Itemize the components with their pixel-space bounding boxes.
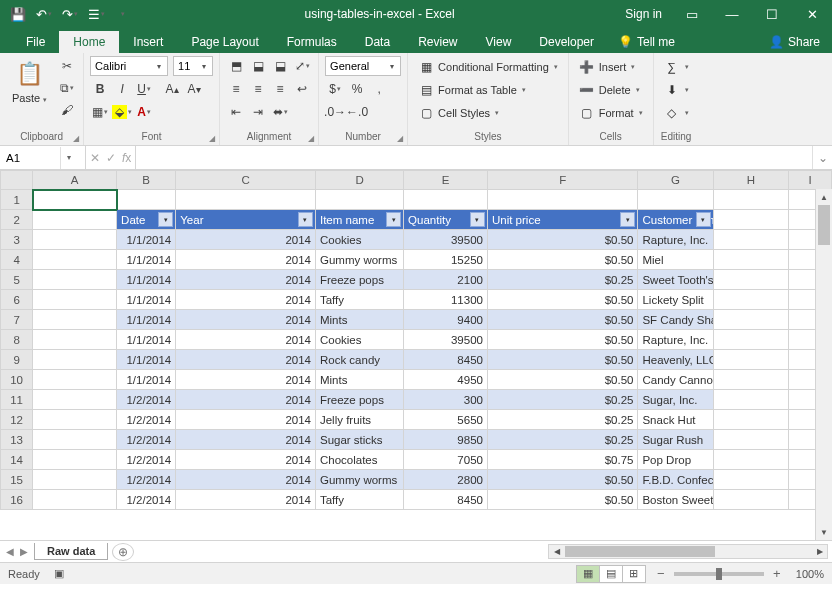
cell[interactable]: Gummy worms <box>315 470 403 490</box>
cell[interactable]: $0.50 <box>487 330 638 350</box>
cell[interactable]: Snack Hut <box>638 410 713 430</box>
cell[interactable]: Sweet Tooth's <box>638 270 713 290</box>
cell[interactable]: Mints <box>315 310 403 330</box>
cell[interactable]: Mints <box>315 370 403 390</box>
merge-button[interactable]: ⬌▾ <box>270 102 290 122</box>
scroll-up-button[interactable]: ▲ <box>816 189 832 205</box>
table-row[interactable]: 31/1/20142014Cookies39500$0.50Rapture, I… <box>1 230 832 250</box>
formula-input[interactable] <box>136 146 812 169</box>
cell[interactable]: $0.50 <box>487 250 638 270</box>
cell[interactable]: Sugar sticks <box>315 430 403 450</box>
row-header[interactable]: 1 <box>1 190 33 210</box>
table-row[interactable]: 71/1/20142014Mints9400$0.50SF Candy Shac… <box>1 310 832 330</box>
align-center-button[interactable]: ≡ <box>248 79 268 99</box>
cell[interactable]: 1/1/2014 <box>117 250 176 270</box>
row-header[interactable]: 5 <box>1 270 33 290</box>
cell[interactable]: $0.50 <box>487 490 638 510</box>
redo-button[interactable]: ↷▾ <box>58 2 82 26</box>
row-header[interactable]: 12 <box>1 410 33 430</box>
cell[interactable]: 1/2/2014 <box>117 470 176 490</box>
tab-page-layout[interactable]: Page Layout <box>177 31 272 53</box>
increase-font-button[interactable]: A▴ <box>162 79 182 99</box>
table-row[interactable]: 151/2/20142014Gummy worms2800$0.50F.B.D.… <box>1 470 832 490</box>
cell[interactable]: Miel <box>638 250 713 270</box>
cut-button[interactable]: ✂ <box>57 56 77 76</box>
cell[interactable]: 2014 <box>176 490 316 510</box>
accounting-format-button[interactable]: $▾ <box>325 79 345 99</box>
cell[interactable]: SF Candy Shack <box>638 310 713 330</box>
cell[interactable]: 9850 <box>404 430 488 450</box>
hscroll-thumb[interactable] <box>565 546 715 557</box>
tab-formulas[interactable]: Formulas <box>273 31 351 53</box>
cell[interactable]: Rock candy <box>315 350 403 370</box>
table-row[interactable]: 81/1/20142014Cookies39500$0.50Rapture, I… <box>1 330 832 350</box>
cell[interactable]: $0.50 <box>487 350 638 370</box>
zoom-out-button[interactable]: − <box>654 566 668 581</box>
col-header[interactable]: F <box>487 171 638 190</box>
align-middle-button[interactable]: ⬓ <box>248 56 268 76</box>
scroll-down-button[interactable]: ▼ <box>816 524 832 540</box>
fill-color-button[interactable]: ⬙▾ <box>112 102 132 122</box>
row-header[interactable]: 14 <box>1 450 33 470</box>
tab-data[interactable]: Data <box>351 31 404 53</box>
underline-button[interactable]: U▾ <box>134 79 154 99</box>
tab-insert[interactable]: Insert <box>119 31 177 53</box>
minimize-button[interactable]: — <box>712 0 752 28</box>
cell[interactable]: 2014 <box>176 390 316 410</box>
decrease-decimal-button[interactable]: ←.0 <box>347 102 367 122</box>
cell[interactable]: Rapture, Inc. <box>638 330 713 350</box>
col-header[interactable]: A <box>33 171 117 190</box>
row-header[interactable]: 3 <box>1 230 33 250</box>
cell[interactable]: 2014 <box>176 350 316 370</box>
table-row[interactable]: 121/2/20142014Jelly fruits5650$0.25Snack… <box>1 410 832 430</box>
cell[interactable]: 1/2/2014 <box>117 410 176 430</box>
col-header[interactable]: G <box>638 171 713 190</box>
table-row[interactable]: 61/1/20142014Taffy11300$0.50Lickety Spli… <box>1 290 832 310</box>
orientation-button[interactable]: ⤢▾ <box>292 56 312 76</box>
table-header[interactable]: Year▾ <box>176 210 316 230</box>
filter-dropdown-icon[interactable]: ▾ <box>620 212 635 227</box>
align-right-button[interactable]: ≡ <box>270 79 290 99</box>
col-header[interactable]: B <box>117 171 176 190</box>
font-launcher[interactable]: ◢ <box>209 134 215 143</box>
table-row[interactable]: 111/2/20142014Freeze pops300$0.25Sugar, … <box>1 390 832 410</box>
borders-button[interactable]: ▦▾ <box>90 102 110 122</box>
cell[interactable]: Freeze pops <box>315 390 403 410</box>
cell[interactable]: $0.25 <box>487 390 638 410</box>
normal-view-button[interactable]: ▦ <box>576 565 600 583</box>
cell[interactable]: $0.75 <box>487 450 638 470</box>
cell[interactable]: $0.50 <box>487 310 638 330</box>
col-header[interactable]: D <box>315 171 403 190</box>
cell[interactable]: 15250 <box>404 250 488 270</box>
filter-dropdown-icon[interactable]: ▾ <box>298 212 313 227</box>
bold-button[interactable]: B <box>90 79 110 99</box>
tab-view[interactable]: View <box>472 31 526 53</box>
cell[interactable]: 2014 <box>176 290 316 310</box>
scroll-right-button[interactable]: ▶ <box>812 545 827 558</box>
paste-button[interactable]: 📋 Paste ▾ <box>6 56 53 106</box>
font-size-combo[interactable]: ▾ <box>173 56 213 76</box>
tab-home[interactable]: Home <box>59 31 119 53</box>
align-left-button[interactable]: ≡ <box>226 79 246 99</box>
decrease-indent-button[interactable]: ⇤ <box>226 102 246 122</box>
cell[interactable]: 1/1/2014 <box>117 230 176 250</box>
cell[interactable]: 39500 <box>404 330 488 350</box>
cell[interactable]: $0.25 <box>487 430 638 450</box>
col-header[interactable]: H <box>713 171 788 190</box>
cell[interactable]: F.B.D. Confections <box>638 470 713 490</box>
table-row[interactable]: 101/1/20142014Mints4950$0.50Candy Cannon <box>1 370 832 390</box>
zoom-slider[interactable] <box>674 572 764 576</box>
filter-dropdown-icon[interactable]: ▾ <box>696 212 711 227</box>
increase-decimal-button[interactable]: .0→ <box>325 102 345 122</box>
cell[interactable]: 2014 <box>176 310 316 330</box>
cell[interactable]: 2014 <box>176 250 316 270</box>
cell[interactable]: 1/2/2014 <box>117 430 176 450</box>
cell[interactable]: 1/1/2014 <box>117 350 176 370</box>
cell-styles-button[interactable]: ▢Cell Styles▾ <box>414 102 562 123</box>
cell[interactable]: 2014 <box>176 410 316 430</box>
cell[interactable]: Gummy worms <box>315 250 403 270</box>
fill-button[interactable]: ⬇▾ <box>660 79 693 100</box>
align-bottom-button[interactable]: ⬓ <box>270 56 290 76</box>
vertical-scrollbar[interactable]: ▲ ▼ <box>815 189 832 540</box>
cell[interactable]: $0.50 <box>487 470 638 490</box>
